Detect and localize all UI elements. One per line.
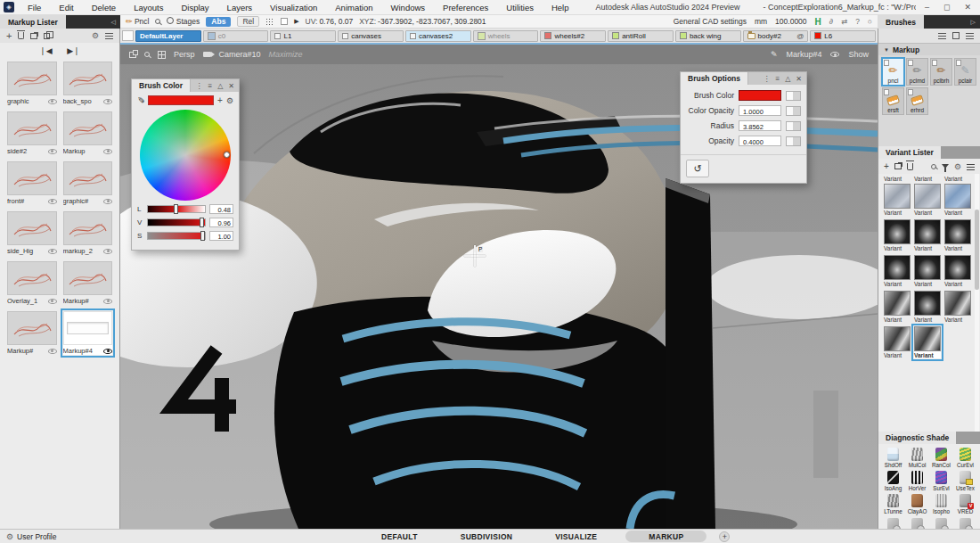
opacity-slider[interactable] <box>786 136 801 146</box>
list-view-icon[interactable] <box>938 32 946 39</box>
show-button[interactable]: Show <box>848 50 869 59</box>
shade-mode-item[interactable]: UseTex <box>954 471 976 491</box>
color-opacity-slider[interactable] <box>786 106 801 116</box>
variant-item[interactable]: Variant <box>884 184 911 216</box>
diagnostic-shade-tab[interactable]: Diagnostic Shade <box>878 432 956 444</box>
visibility-eye-icon[interactable] <box>48 298 57 305</box>
brush-item[interactable]: ersft <box>882 87 904 115</box>
visibility-eye-icon[interactable] <box>48 248 57 255</box>
variant-thumbnail[interactable] <box>884 184 911 209</box>
variant-item[interactable]: Variant <box>914 219 941 251</box>
grid-icon[interactable] <box>158 51 166 59</box>
add-markup-button[interactable]: + <box>6 30 12 41</box>
shade-mode-icon[interactable] <box>887 518 899 529</box>
markup-item[interactable]: back_spo <box>63 62 113 105</box>
history-toggle[interactable]: H <box>815 17 821 27</box>
menu-item[interactable]: Animation <box>326 3 381 12</box>
variant-item[interactable]: Variant <box>914 184 941 216</box>
curve-snap-icon[interactable] <box>281 18 288 25</box>
shade-mode-item[interactable]: RanCol <box>930 448 952 468</box>
new-layer-cell[interactable] <box>122 30 134 41</box>
variant-item[interactable]: Variant <box>944 184 971 216</box>
collapse-left-icon[interactable]: ◁ <box>111 19 120 26</box>
markup-thumbnail[interactable] <box>63 211 113 245</box>
markup-item[interactable]: graphic# <box>63 161 113 205</box>
first-frame-button[interactable]: ❘◀ <box>39 46 52 55</box>
variant-thumbnail[interactable] <box>884 326 911 351</box>
slider-track[interactable] <box>147 205 206 213</box>
shade-mode-item[interactable]: ClayAO <box>906 494 928 514</box>
duplicate-markup-icon[interactable] <box>44 33 50 39</box>
color-settings-icon[interactable]: ⚙ <box>226 96 233 105</box>
variant-item[interactable]: Variant <box>884 326 911 358</box>
shade-mode-item[interactable]: Isopho <box>930 494 952 514</box>
pencil-tool-button[interactable]: ✏ Pncl <box>126 17 149 26</box>
markup-thumbnail[interactable] <box>7 311 57 345</box>
variant-thumbnail[interactable] <box>884 219 911 244</box>
brush-item[interactable]: pclair <box>954 58 976 86</box>
layer-checkbox[interactable] <box>410 33 416 39</box>
markup-thumbnail[interactable] <box>63 311 113 345</box>
shade-mode-item[interactable]: CurEvl <box>954 448 976 468</box>
variant-item[interactable]: Variant <box>884 255 911 287</box>
layer-chip-antiroll[interactable]: antiRoll <box>608 30 674 42</box>
variant-item[interactable]: Variant <box>944 291 971 323</box>
add-workspace-button[interactable]: + <box>719 531 730 542</box>
brush-color-dialog[interactable]: Brush Color ⋮ ≡ △ ✕ ✐ + ⚙ L 0.48 <box>131 78 240 251</box>
layer-checkbox[interactable] <box>274 33 281 39</box>
lister-settings-icon[interactable]: ⚙ <box>92 31 99 40</box>
scrollbar[interactable] <box>975 174 979 432</box>
variant-thumbnail[interactable] <box>884 291 911 316</box>
layer-chip-canvases[interactable]: canvases <box>338 30 404 42</box>
menu-icon[interactable]: ≡ <box>775 75 780 83</box>
reset-button[interactable]: ↺ <box>686 160 709 177</box>
last-frame-button[interactable]: ▶❘ <box>67 46 79 55</box>
filter-icon[interactable] <box>942 164 949 169</box>
layer-chip-c0[interactable]: c0 <box>203 30 269 42</box>
shade-mode-item[interactable]: ShdOff <box>882 448 904 468</box>
brush-options-dialog[interactable]: Brush Options ⋮ ≡ △ ✕ Brush Color Color … <box>680 71 807 184</box>
variant-item[interactable]: Variant <box>884 219 911 251</box>
user-profile-button[interactable]: ⚙ User Profile <box>0 532 56 541</box>
visibility-eye-icon[interactable] <box>48 98 57 105</box>
shade-mode-item[interactable]: MulCol <box>906 448 928 468</box>
visibility-eye-icon[interactable] <box>48 198 57 205</box>
brush-color-slider[interactable] <box>786 91 801 101</box>
maximize-button[interactable]: ◻ <box>943 3 950 12</box>
camera-label[interactable]: Camera#10 <box>219 50 261 59</box>
layer-chip-wheels[interactable]: wheels <box>473 30 539 42</box>
menu-item[interactable]: Windows <box>382 3 435 12</box>
markup-section-header[interactable]: ▼ Markup <box>878 43 980 55</box>
markup-item[interactable]: side#2 <box>7 111 57 155</box>
cad-settings-dropdown[interactable]: General CAD settings <box>674 17 747 26</box>
brush-item[interactable]: erhrd <box>906 87 928 115</box>
abs-toggle[interactable]: Abs <box>206 17 231 27</box>
slider-value-field[interactable]: 0.96 <box>209 218 233 227</box>
markup-thumbnail[interactable] <box>63 261 113 295</box>
color-opacity-field[interactable]: 1.0000 <box>739 105 781 116</box>
tab-subdivision[interactable]: SUBDIVISION <box>439 532 535 541</box>
close-button[interactable]: ✕ <box>964 3 971 12</box>
variant-thumbnail[interactable] <box>914 326 941 351</box>
variant-item[interactable]: Variant <box>914 291 941 323</box>
variant-thumbnail[interactable] <box>944 184 971 209</box>
layer-chip-defaultlayer[interactable]: DefaultLayer <box>135 30 201 42</box>
markup-thumbnail[interactable] <box>7 161 57 195</box>
add-swatch-button[interactable]: + <box>217 95 223 105</box>
variant-item[interactable]: Variant <box>944 255 971 287</box>
menu-item[interactable]: File <box>19 3 50 12</box>
unlink-icon[interactable]: ⇄ <box>841 17 847 26</box>
search-icon[interactable] <box>155 19 160 24</box>
close-icon[interactable]: ✕ <box>228 82 234 90</box>
variant-thumbnail[interactable] <box>914 291 941 316</box>
menu-item[interactable]: Display <box>172 3 217 12</box>
markup-thumbnail[interactable] <box>7 62 57 95</box>
export-markup-icon[interactable] <box>30 33 37 39</box>
layer-chip-l1[interactable]: L1 <box>270 30 336 42</box>
scale-value[interactable]: 100.0000 <box>775 17 806 26</box>
markup-thumbnail[interactable] <box>63 62 113 95</box>
query-link-icon[interactable]: ? <box>855 17 860 26</box>
delete-variant-icon[interactable] <box>907 163 913 170</box>
variant-thumbnail[interactable] <box>884 255 911 280</box>
collapse-icon[interactable]: △ <box>785 75 790 83</box>
